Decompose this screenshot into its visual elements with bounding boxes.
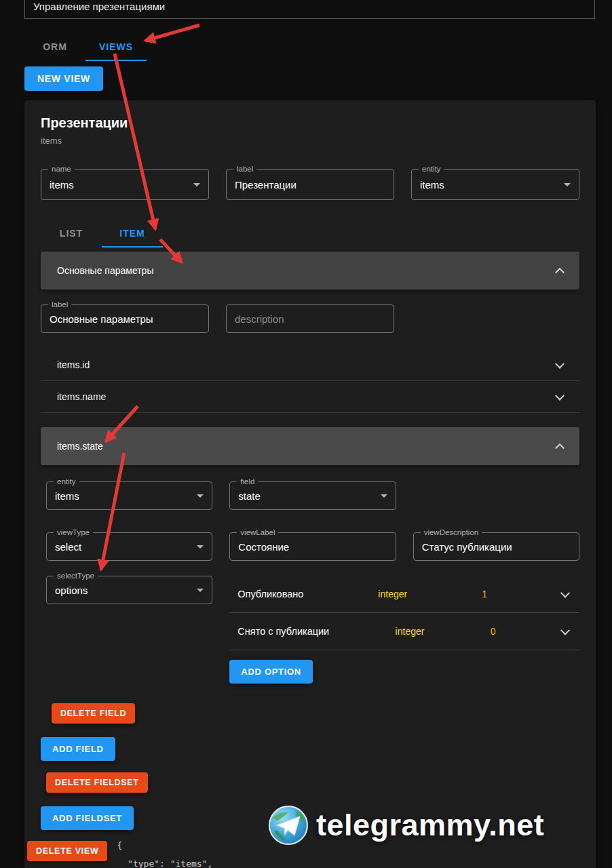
app-header: Управление презентациями (24, 0, 595, 19)
field-row-title: items.id (57, 359, 556, 370)
view-label-field: viewLabel (229, 532, 396, 561)
field-label: entity (54, 477, 79, 486)
field-value: items (50, 179, 188, 191)
fieldset-description-input[interactable] (235, 313, 385, 325)
field-label: viewLabel (237, 528, 278, 537)
state-entity-row: entity items field state (46, 481, 579, 510)
field-label: viewDescription (421, 528, 482, 537)
option-row-unpublished[interactable]: Снято с публикации integer 0 (229, 613, 579, 650)
field-label: viewType (54, 528, 93, 537)
option-label: Опубликовано (237, 589, 303, 599)
dropdown-arrow-icon (193, 183, 200, 186)
view-type-select[interactable]: viewType select (46, 532, 212, 561)
top-tabs: ORM VIEWS (24, 33, 612, 61)
option-type: integer (378, 589, 407, 599)
view-settings-row: name items label entity items (41, 169, 579, 200)
option-value: 0 (491, 626, 496, 637)
fieldset-label-input[interactable] (50, 313, 200, 325)
expand-chevron-icon[interactable] (555, 359, 565, 369)
fieldset-description-field (226, 304, 394, 333)
delete-field-button[interactable]: DELETE FIELD (52, 703, 135, 724)
options-list: Опубликовано integer 1 Снято с публикаци… (229, 576, 579, 684)
field-row-title: items.name (57, 391, 556, 402)
option-row-published[interactable]: Опубликовано integer 1 (229, 576, 579, 613)
option-type: integer (396, 626, 425, 637)
field-value: items (420, 179, 558, 191)
dropdown-arrow-icon (197, 494, 204, 498)
field-label: label (48, 300, 71, 309)
card-title: Презентации (41, 115, 579, 131)
fieldset-title: Основные параметры (57, 265, 556, 276)
name-select[interactable]: name items (41, 169, 209, 200)
state-entity-select[interactable]: entity items (46, 481, 212, 510)
view-description-input[interactable] (422, 541, 571, 553)
view-label-input[interactable] (238, 541, 387, 553)
collapse-chevron-icon[interactable] (555, 268, 565, 277)
delete-fieldset-button[interactable]: DELETE FIELDSET (46, 772, 148, 793)
label-field: label (226, 169, 394, 200)
state-options-row: selectType options Опубликовано integer … (46, 576, 579, 684)
json-preview: { "type": "items", (117, 836, 212, 868)
new-view-button[interactable]: NEW VIEW (24, 66, 103, 91)
field-row-items-name[interactable]: items.name (41, 381, 579, 413)
state-panel-title: items.state (57, 441, 556, 452)
card-subtitle: items (41, 136, 579, 146)
expand-chevron-icon[interactable] (560, 589, 570, 598)
dropdown-arrow-icon (197, 589, 204, 592)
dropdown-arrow-icon (197, 545, 204, 549)
page-title: Управление презентациями (33, 1, 165, 12)
tab-list[interactable]: LIST (41, 219, 102, 248)
tab-item[interactable]: ITEM (102, 219, 163, 248)
fieldset-panel-header[interactable]: Основные параметры (41, 252, 579, 290)
field-list: items.id items.name (41, 349, 579, 413)
field-value: state (238, 490, 375, 502)
view-footer: DELETE VIEW { "type": "items", (27, 841, 579, 868)
dropdown-arrow-icon (381, 494, 387, 498)
field-value: items (55, 490, 191, 502)
view-description-field: viewDescription (413, 532, 579, 561)
field-label: entity (419, 164, 444, 174)
dropdown-arrow-icon (564, 183, 571, 186)
add-option-button[interactable]: ADD OPTION (229, 660, 313, 684)
field-row-items-id[interactable]: items.id (41, 349, 579, 381)
state-panel-header[interactable]: items.state (41, 427, 579, 465)
state-field-select[interactable]: field state (229, 481, 396, 510)
field-label: label (233, 164, 256, 174)
delete-view-button[interactable]: DELETE VIEW (27, 841, 107, 861)
view-card: Презентации items name items label entit… (24, 100, 596, 868)
fieldset-label-field: label (41, 304, 209, 333)
expand-chevron-icon[interactable] (555, 391, 565, 401)
field-label: selectType (54, 571, 98, 580)
field-value: options (55, 585, 191, 596)
entity-select[interactable]: entity items (411, 169, 579, 200)
fieldset-settings-row: label (41, 304, 579, 333)
state-view-row: viewType select viewLabel viewDescriptio… (46, 532, 579, 561)
expand-chevron-icon[interactable] (560, 626, 570, 635)
field-value: select (55, 541, 191, 553)
tab-views[interactable]: VIEWS (85, 33, 147, 61)
label-input[interactable] (235, 179, 385, 191)
option-label: Снято с публикации (237, 626, 329, 637)
field-label: field (237, 477, 258, 486)
view-mode-tabs: LIST ITEM (41, 219, 579, 248)
field-label: name (48, 164, 75, 174)
collapse-chevron-icon[interactable] (555, 443, 565, 453)
option-value: 1 (482, 589, 487, 599)
add-field-button[interactable]: ADD FIELD (41, 737, 115, 761)
add-fieldset-button[interactable]: ADD FIELDSET (41, 806, 134, 830)
select-type-select[interactable]: selectType options (46, 576, 212, 604)
state-panel-body: entity items field state viewType select… (41, 481, 579, 724)
tab-orm[interactable]: ORM (24, 33, 85, 61)
